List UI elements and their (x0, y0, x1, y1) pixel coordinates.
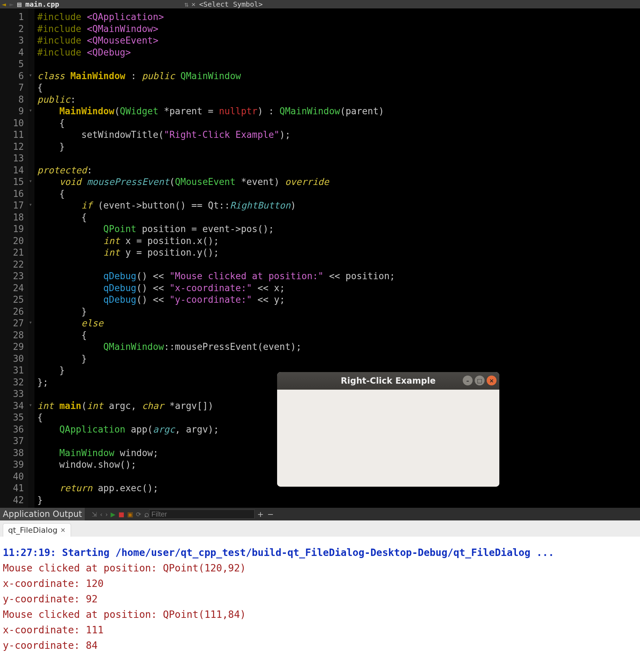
console-line: Mouse clicked at position: QPoint(111,84… (3, 607, 637, 622)
fold-toggle-icon[interactable]: ▾ (29, 72, 32, 78)
minimize-button[interactable]: – (463, 376, 473, 385)
zoom-in-icon[interactable]: + (257, 510, 264, 519)
output-toolbar: ⇲ ‹ › ▶ ■ ▣ ⟳ (85, 511, 141, 518)
output-tab-label: qt_FileDialog (8, 526, 57, 535)
next-icon[interactable]: › (105, 511, 108, 518)
example-app-window[interactable]: Right-Click Example – □ × (277, 372, 499, 487)
console-line: y-coordinate: 92 (3, 591, 637, 607)
symbol-split-icon[interactable]: ⇅ (184, 0, 191, 8)
attach-icon[interactable]: ⇲ (92, 511, 97, 518)
example-titlebar[interactable]: Right-Click Example – □ × (277, 372, 499, 390)
example-title: Right-Click Example (341, 376, 436, 386)
example-client-area[interactable] (277, 390, 499, 487)
console-line: y-coordinate: 84 (3, 638, 637, 653)
search-icon: ⌕ (144, 509, 149, 519)
fold-toggle-icon[interactable]: ▾ (29, 402, 32, 408)
fold-toggle-icon[interactable]: ▾ (29, 201, 32, 208)
line-number-gutter: 1234567891011121314151617181920212223242… (0, 8, 28, 508)
kill-icon[interactable]: ▣ (127, 511, 133, 518)
editor-tabstrip: ◄ ► ▤ main.cpp ⇅ × <Select Symbol> (0, 0, 640, 8)
nav-back-icon[interactable]: ◄ (0, 0, 8, 8)
output-tab[interactable]: qt_FileDialog ✕ (3, 523, 71, 537)
console-line: x-coordinate: 120 (3, 576, 637, 591)
fold-toggle-icon[interactable]: ▾ (29, 178, 32, 184)
file-icon: ▤ (15, 0, 23, 8)
output-header: Application Output ⇲ ‹ › ▶ ■ ▣ ⟳ ⌕ + − (0, 508, 640, 520)
prev-icon[interactable]: ‹ (100, 511, 102, 518)
fold-toggle-icon[interactable]: ▾ (29, 319, 32, 326)
fold-toggle-icon[interactable]: ▾ (29, 107, 32, 114)
nav-fwd-icon[interactable]: ► (8, 0, 15, 8)
stop-icon[interactable]: ■ (118, 511, 124, 518)
output-tab-row: qt_FileDialog ✕ (0, 520, 640, 537)
fold-column[interactable]: ▾▾▾▾▾▾ (28, 8, 34, 508)
symbol-selector[interactable]: <Select Symbol> (198, 0, 263, 8)
close-button[interactable]: × (487, 376, 497, 385)
settings-icon[interactable]: ⟳ (136, 511, 141, 518)
symbol-close-icon[interactable]: × (191, 0, 198, 8)
zoom-out-icon[interactable]: − (267, 510, 274, 519)
console-line: x-coordinate: 111 (3, 622, 637, 638)
output-title: Application Output (0, 508, 85, 520)
close-icon[interactable]: ✕ (60, 526, 65, 534)
maximize-button[interactable]: □ (475, 376, 485, 385)
filter-input[interactable] (149, 510, 255, 519)
output-console[interactable]: 11:27:19: Starting /home/user/qt_cpp_tes… (0, 537, 640, 672)
run-icon[interactable]: ▶ (111, 511, 116, 518)
console-line: Mouse clicked at position: QPoint(120,92… (3, 561, 637, 576)
console-line: 11:27:19: Starting /home/user/qt_cpp_tes… (3, 545, 637, 561)
file-tab[interactable]: main.cpp (23, 0, 61, 8)
